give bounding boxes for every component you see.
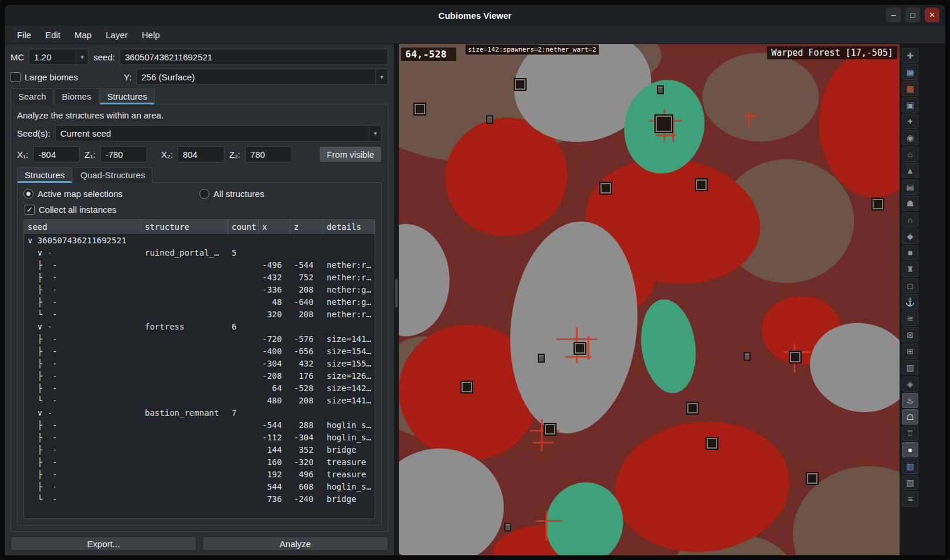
fortress-icon[interactable] [574,342,586,355]
ancient-city-icon[interactable]: ▨ [902,360,918,375]
menu-help[interactable]: Help [135,28,167,42]
table-row[interactable]: ∨ 360507436211692521 [24,235,375,247]
y-level-select[interactable]: 256 (Surface) ▾ [136,69,388,85]
table-row[interactable]: ∨ -fortress6 [24,321,375,333]
subtab-structures[interactable]: Structures [17,167,72,183]
column-header-z[interactable]: z [290,220,323,234]
export-button[interactable]: Export... [11,537,196,551]
map-view[interactable]: 64,-528 size=142:spawners=2:nether_wart=… [399,44,900,555]
menu-layer[interactable]: Layer [99,28,134,42]
table-row[interactable]: ├ --544 288hoglin_s… [24,419,375,432]
fortress-icon[interactable] [871,198,884,211]
ruined-portal-icon[interactable] [657,85,664,94]
trail-ruins-icon[interactable]: ▥ [902,459,918,474]
from-visible-button[interactable]: From visible [319,146,382,162]
z2-input[interactable] [245,146,292,162]
radio-active-map-selections[interactable]: Active map selections [23,189,199,199]
fortress-icon[interactable] [654,114,673,133]
z1-input[interactable] [100,146,147,162]
pan-tool-icon[interactable]: ✚ [902,48,918,63]
woodland-mansion-icon[interactable]: ■ [902,245,918,260]
settings-icon[interactable]: ≡ [902,491,918,507]
mineshaft-icon[interactable]: ⊞ [902,344,918,359]
table-row[interactable]: ├ --304 432size=155… [24,358,375,370]
fortress-icon[interactable] [413,103,426,116]
fortress-icon[interactable] [789,351,802,364]
maximize-button[interactable]: □ [905,8,920,22]
dimension-nether-icon[interactable]: ▩ [902,81,918,96]
ruined-portal-icon[interactable] [538,354,545,363]
fortress-icon[interactable] [686,402,699,415]
fortress-icon[interactable] [544,423,557,436]
amethyst-geode-icon[interactable]: ◈ [902,376,918,392]
menu-map[interactable]: Map [68,28,98,42]
x1-input[interactable] [33,146,80,162]
table-row[interactable]: └ - 480 208size=141… [24,395,375,407]
radio-all-structures[interactable]: All structures [199,189,264,199]
table-row[interactable]: ├ --432 752nether:r… [24,271,375,284]
fortress-icon[interactable] [806,472,819,485]
table-row[interactable]: ∨ -bastion_remnant7 [24,407,375,419]
column-header-details[interactable]: details [323,220,375,234]
ruined-portal-icon[interactable] [486,116,493,124]
table-row[interactable]: ├ - 160-320treasure [24,456,375,469]
fortress-icon[interactable] [705,437,718,450]
end-gateway-icon[interactable]: ● [902,442,918,457]
table-row[interactable]: └ - 736-240bridge [24,493,375,505]
column-header-count[interactable]: count [228,220,259,234]
table-row[interactable]: ├ --208 176size=126… [24,370,375,382]
desert-temple-icon[interactable]: ▲ [902,163,918,178]
menu-edit[interactable]: Edit [39,28,67,42]
column-header-seed[interactable]: seed [24,220,141,234]
table-row[interactable]: ∨ -ruined_portal_…5 [24,247,375,259]
analyze-button[interactable]: Analyze [202,537,388,551]
column-header-structure[interactable]: structure [141,220,228,234]
pillager-outpost-icon[interactable]: ♜ [902,262,918,277]
menu-file[interactable]: File [11,28,38,42]
ruined-portal-icon[interactable]: ◻ [902,278,918,293]
ocean-ruin-icon[interactable]: ≋ [902,311,918,326]
table-row[interactable]: ├ - 48-640nether:g… [24,296,375,308]
table-row[interactable]: └ - 320 208nether:r… [24,308,375,321]
seeds-select[interactable]: Current seed ▾ [55,125,382,141]
large-biomes-checkbox[interactable]: Large biomes [11,72,78,82]
fortress-icon[interactable] [599,182,612,195]
minimize-button[interactable]: – [886,8,901,22]
close-button[interactable]: ✕ [925,8,939,22]
splitter-handle[interactable] [394,44,399,555]
village-icon[interactable]: ⌂ [902,147,918,162]
tab-structures[interactable]: Structures [100,89,155,104]
ruined-portal-icon[interactable] [744,352,751,361]
end-city-icon[interactable]: ♖ [902,426,918,441]
table-row[interactable]: ├ - 144 352bridge [24,444,375,456]
jungle-temple-icon[interactable]: ▤ [902,179,918,195]
x2-input[interactable] [178,146,225,162]
world-spawn-icon[interactable]: ✦ [902,114,918,129]
results-tree[interactable]: ∨ 360507436211692521 ∨ -ruined_portal_…5… [24,235,375,518]
column-header-x[interactable]: x [259,220,290,234]
layer-grid-icon[interactable]: ▦ [902,65,918,80]
table-row[interactable]: ├ - 544 608hoglin_s… [24,481,375,493]
fortress-icon[interactable] [514,78,527,91]
titlebar[interactable]: Cubiomes Viewer –□✕ [5,5,945,26]
table-row[interactable]: ├ --336 208nether:g… [24,284,375,296]
bastion-remnant-icon[interactable]: ☖ [902,409,918,425]
subtab-quad-structures[interactable]: Quad-Structures [73,167,152,183]
tab-biomes[interactable]: Biomes [55,89,99,104]
fortress-icon[interactable] [695,178,708,191]
ocean-monument-icon[interactable]: ◆ [902,229,918,244]
table-row[interactable]: ├ - 64-528size=142… [24,382,375,395]
ruined-portal-icon[interactable] [504,523,511,532]
trial-chambers-icon[interactable]: ▧ [902,475,918,490]
fortress-icon[interactable] [460,381,473,393]
table-row[interactable]: ├ --400-656size=154… [24,345,375,358]
seed-input[interactable] [120,49,388,65]
nether-fortress-icon[interactable]: ♨ [902,393,918,408]
tab-search[interactable]: Search [11,89,54,104]
table-row[interactable]: ├ --720-576size=141… [24,333,375,345]
collect-all-checkbox[interactable]: Collect all instances [25,205,375,215]
swamp-hut-icon[interactable]: ☗ [902,196,918,211]
table-row[interactable]: ├ - 192 496treasure [24,469,375,481]
table-row[interactable]: ├ --496-544nether:r… [24,259,375,271]
shipwreck-icon[interactable]: ⚓ [902,294,918,310]
